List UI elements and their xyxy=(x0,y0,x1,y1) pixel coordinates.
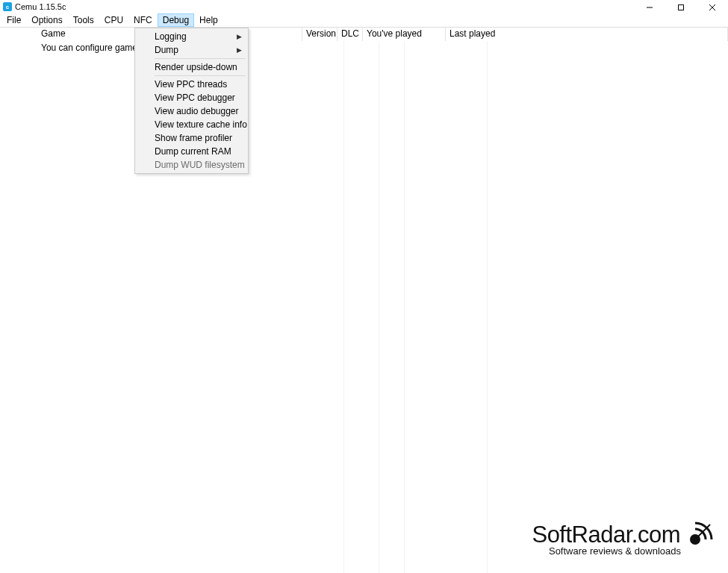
chevron-right-icon: ▶ xyxy=(237,46,242,54)
menu-debug[interactable]: Debug xyxy=(158,13,194,27)
svg-line-2 xyxy=(709,4,715,10)
dd-view-audio-debugger[interactable]: View audio debugger xyxy=(137,104,246,118)
menu-cpu[interactable]: CPU xyxy=(99,13,128,27)
dd-dump-current-ram[interactable]: Dump current RAM xyxy=(137,145,246,158)
menubar: File Options Tools CPU NFC Debug Help xyxy=(0,13,728,27)
window-title: Cemu 1.15.5c xyxy=(15,2,725,11)
column-borders xyxy=(0,41,728,573)
dd-view-ppc-debugger[interactable]: View PPC debugger xyxy=(137,91,246,104)
dd-dump-wud-filesystem[interactable]: Dump WUD filesystem xyxy=(137,158,246,172)
menu-file[interactable]: File xyxy=(1,13,26,27)
window-controls xyxy=(634,0,728,14)
dd-view-texture-cache-info[interactable]: View texture cache info xyxy=(137,118,246,131)
chevron-right-icon: ▶ xyxy=(237,33,242,40)
debug-dropdown: Logging▶ Dump▶ Render upside-down View P… xyxy=(134,28,249,174)
dd-separator xyxy=(155,75,246,76)
menu-tools[interactable]: Tools xyxy=(68,13,99,27)
column-dlc[interactable]: DLC xyxy=(337,28,363,41)
maximize-button[interactable] xyxy=(665,0,697,14)
svg-rect-1 xyxy=(679,4,684,10)
svg-line-3 xyxy=(709,4,715,10)
dd-label: Dump xyxy=(155,45,178,55)
placeholder-text: You can configure game xyxy=(0,41,728,53)
dd-dump[interactable]: Dump▶ xyxy=(137,43,246,57)
dd-render-upside-down[interactable]: Render upside-down xyxy=(137,60,246,74)
dd-show-frame-profiler[interactable]: Show frame profiler xyxy=(137,131,246,145)
column-youplayed[interactable]: You've played xyxy=(363,28,446,41)
minimize-button[interactable] xyxy=(634,0,665,14)
column-lastplayed[interactable]: Last played xyxy=(446,28,728,41)
app-icon: c xyxy=(3,2,12,11)
menu-options[interactable]: Options xyxy=(26,13,67,27)
column-headers: Game Version DLC You've played Last play… xyxy=(0,28,728,41)
dd-separator xyxy=(155,58,246,59)
content-area: Game Version DLC You've played Last play… xyxy=(0,27,728,573)
close-button[interactable] xyxy=(697,0,728,14)
menu-nfc[interactable]: NFC xyxy=(128,13,158,27)
titlebar: c Cemu 1.15.5c xyxy=(0,0,728,13)
dd-view-ppc-threads[interactable]: View PPC threads xyxy=(137,78,246,91)
dd-label: Logging xyxy=(155,31,187,42)
dd-logging[interactable]: Logging▶ xyxy=(137,30,246,43)
menu-help[interactable]: Help xyxy=(194,13,223,27)
column-version[interactable]: Version xyxy=(302,28,337,41)
